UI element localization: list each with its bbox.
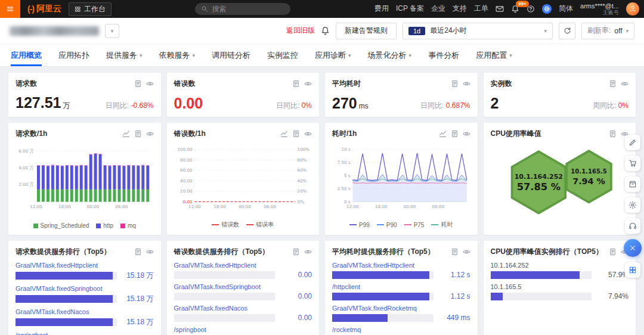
rank-row-label[interactable]: GraalVMTask.fixedHttpclient — [332, 262, 470, 269]
line-chart-icon[interactable] — [280, 130, 288, 138]
report-icon[interactable] — [451, 130, 459, 138]
workbench-button[interactable]: 工作台 — [69, 2, 112, 16]
rank-bar-track — [332, 271, 434, 279]
eye-icon[interactable] — [146, 248, 154, 256]
svg-text:80.00: 80.00 — [180, 157, 193, 163]
account-info[interactable]: arms****@t... 主账号 — [580, 2, 619, 16]
refresh-rate-select[interactable]: 刷新率: off ▾ — [581, 23, 634, 39]
tab-trace-analysis[interactable]: 调用链分析 — [212, 44, 250, 66]
eye-icon[interactable] — [463, 130, 470, 138]
rank-row-label[interactable]: 10.1.164.252 — [491, 262, 629, 269]
rank-row-label[interactable]: /springboot — [16, 331, 154, 335]
legend-item[interactable]: P75 — [404, 222, 425, 228]
legend-item[interactable]: http — [96, 222, 113, 229]
rank-row-label[interactable]: /springboot — [174, 326, 312, 333]
eye-icon[interactable] — [621, 80, 628, 88]
nav-enterprise[interactable]: 企业 — [431, 4, 445, 14]
notifications-button[interactable]: 99+ — [511, 5, 519, 13]
topbar-search[interactable] — [195, 3, 290, 15]
line-chart-icon[interactable] — [439, 130, 447, 138]
create-alarm-rule-button[interactable]: 新建告警规则 — [336, 23, 397, 39]
nav-tickets[interactable]: 工单 — [474, 4, 488, 14]
nav-icp-filing[interactable]: ICP 备案 — [396, 4, 424, 14]
latency-line-chart[interactable]: 10 s7.50 s5 s2.50 s0 s12:0018:0000:0006:… — [332, 141, 470, 221]
nav-expenses[interactable]: 费用 — [374, 4, 389, 14]
legend-item[interactable]: P99 — [349, 222, 370, 228]
tab-topology[interactable]: 应用拓扑 — [58, 44, 89, 66]
report-icon[interactable] — [451, 248, 459, 256]
cpu-hexagon-map[interactable]: 10.1.164.25257.85 %10.1.165.57.94 % — [491, 141, 629, 229]
report-icon[interactable] — [609, 130, 617, 138]
rank-row-label[interactable]: GraalVMTask.fixedSpringboot — [174, 283, 312, 290]
rank-row-label[interactable]: GraalVMTask.fixedRocketmq — [332, 305, 470, 312]
tab-overview[interactable]: 应用概览 — [11, 44, 42, 66]
legend-item[interactable]: 耗时 — [431, 221, 453, 229]
tab-dependent-services[interactable]: 依赖服务▾ — [159, 44, 196, 66]
tab-instance-monitoring[interactable]: 实例监控 — [267, 44, 298, 66]
line-chart-icon[interactable] — [122, 130, 130, 138]
refresh-button[interactable] — [559, 23, 575, 39]
compare-value: 0% — [618, 101, 628, 110]
support-button[interactable] — [625, 218, 640, 234]
alibaba-cloud-logo[interactable]: (-) 阿里云 — [27, 4, 61, 14]
resources-button[interactable] — [625, 176, 640, 192]
tab-event-analysis[interactable]: 事件分析 — [428, 44, 459, 66]
eye-icon[interactable] — [463, 80, 470, 88]
search-input[interactable] — [212, 5, 284, 13]
svg-text:18:00: 18:00 — [375, 204, 388, 209]
legend-swatch — [404, 224, 411, 225]
report-icon[interactable] — [134, 80, 142, 88]
back-to-old-version-link[interactable]: 返回旧版 — [286, 26, 315, 36]
nav-support[interactable]: 支持 — [453, 4, 467, 14]
globe-icon[interactable] — [542, 4, 552, 14]
legend-item[interactable]: P90 — [377, 222, 397, 228]
tab-app-diagnosis[interactable]: 应用诊断▾ — [315, 44, 351, 66]
tab-scenario-analysis[interactable]: 场景化分析▾ — [368, 44, 412, 66]
hamburger-menu-button[interactable] — [0, 0, 20, 18]
eye-icon[interactable] — [304, 130, 312, 138]
requests-bar-chart[interactable]: 6.00 万4.00 万2.00 万12:0018:0000:0006:00 — [16, 141, 154, 222]
errors-line-chart[interactable]: 100.0080.0060.0040.0020.000.00100%80%60%… — [174, 141, 312, 221]
legend-item[interactable]: Spring_Scheduled — [33, 222, 89, 229]
report-icon[interactable] — [292, 248, 300, 256]
rank-bar-line: 1.12 s — [332, 271, 470, 279]
report-icon[interactable] — [134, 130, 142, 138]
rank-row-label[interactable]: GraalVMTask.fixedNacos — [174, 305, 312, 312]
report-icon[interactable] — [451, 80, 459, 88]
eye-icon[interactable] — [304, 80, 312, 88]
report-icon[interactable] — [292, 80, 300, 88]
eye-icon[interactable] — [304, 248, 312, 256]
time-range-picker[interactable]: 1d 最近24小时 ▾ — [402, 23, 553, 39]
language-switcher[interactable]: 简体 — [559, 4, 573, 14]
legend-item[interactable]: 错误率 — [246, 221, 274, 229]
tab-provided-services[interactable]: 提供服务▾ — [106, 44, 143, 66]
report-icon[interactable] — [292, 130, 300, 138]
legend-item[interactable]: mq — [120, 222, 136, 229]
rank-row-label[interactable]: /httpclient — [332, 283, 470, 290]
mail-icon[interactable] — [496, 5, 504, 13]
edit-button[interactable] — [625, 135, 640, 150]
rank-row-label[interactable]: GraalVMTask.fixedSpringboot — [16, 285, 154, 292]
legend-item[interactable]: 错误数 — [212, 221, 239, 229]
alarm-bell-button[interactable] — [321, 26, 330, 35]
rank-row-label[interactable]: GraalVMTask.fixedHttpclient — [174, 262, 312, 269]
report-icon[interactable] — [609, 80, 617, 88]
eye-icon[interactable] — [146, 130, 154, 138]
tab-app-config[interactable]: 应用配置▾ — [476, 44, 512, 66]
settings-button[interactable] — [625, 197, 640, 213]
app-switcher-dropdown[interactable]: ▾ — [105, 24, 119, 38]
eye-icon[interactable] — [146, 80, 154, 88]
rank-row-label[interactable]: /rocketmq — [332, 326, 470, 333]
report-icon[interactable] — [609, 248, 617, 256]
avatar[interactable] — [626, 2, 639, 15]
close-assistant-button[interactable] — [624, 239, 642, 257]
dashboard-button[interactable] — [625, 262, 640, 278]
rank-row-label[interactable]: 10.1.165.5 — [491, 283, 629, 290]
buy-button[interactable] — [625, 156, 640, 171]
rank-bar-line: 0.00 — [174, 292, 312, 300]
rank-bar-track — [491, 271, 592, 279]
eye-icon[interactable] — [463, 248, 470, 256]
report-icon[interactable] — [134, 248, 142, 256]
rank-row-label[interactable]: GraalVMTask.fixedHttpclient — [16, 262, 154, 269]
rank-row-label[interactable]: GraalVMTask.fixedNacos — [16, 308, 154, 315]
